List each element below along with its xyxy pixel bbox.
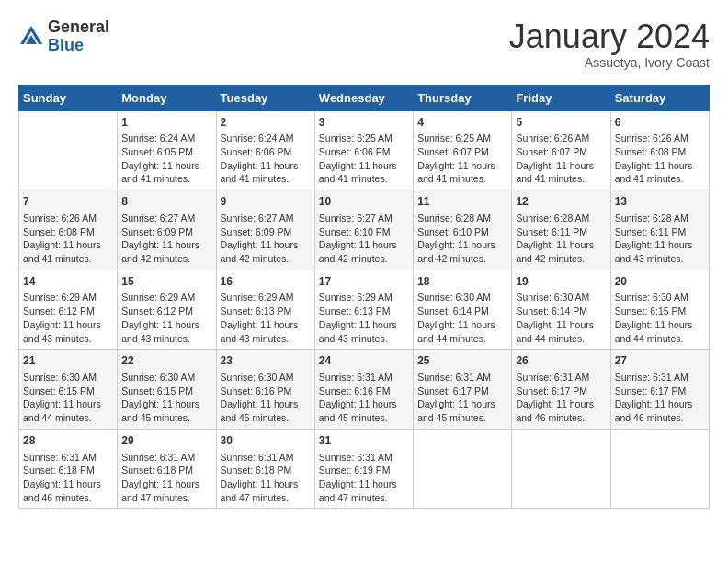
sunrise-text: Sunrise: 6:29 AM: [221, 292, 294, 303]
day-number: 2: [221, 115, 311, 131]
sunset-text: Sunset: 6:19 PM: [319, 465, 391, 476]
sunrise-text: Sunrise: 6:31 AM: [516, 372, 589, 383]
daylight-text: Daylight: 11 hours and 44 minutes.: [615, 319, 693, 344]
sunrise-text: Sunrise: 6:31 AM: [615, 372, 688, 383]
day-number: 5: [516, 115, 606, 131]
logo-general-text: General: [48, 18, 109, 37]
day-number: 1: [121, 115, 211, 131]
calendar-cell: 7 Sunrise: 6:26 AM Sunset: 6:08 PM Dayli…: [19, 190, 118, 270]
calendar-cell: 18 Sunrise: 6:30 AM Sunset: 6:14 PM Dayl…: [414, 270, 512, 350]
daylight-text: Daylight: 11 hours and 44 minutes.: [23, 398, 101, 423]
daylight-text: Daylight: 11 hours and 42 minutes.: [221, 239, 299, 264]
sunset-text: Sunset: 6:18 PM: [23, 465, 95, 476]
sunrise-text: Sunrise: 6:27 AM: [121, 213, 195, 224]
day-number: 18: [417, 274, 507, 290]
title-block: January 2024 Assuetya, Ivory Coast: [509, 18, 710, 70]
sunrise-text: Sunrise: 6:31 AM: [319, 452, 392, 463]
calendar-cell: 12 Sunrise: 6:28 AM Sunset: 6:11 PM Dayl…: [512, 190, 610, 270]
day-number: 9: [221, 194, 311, 210]
day-number: 16: [221, 274, 311, 290]
sunset-text: Sunset: 6:15 PM: [23, 385, 95, 396]
calendar-cell: 25 Sunrise: 6:31 AM Sunset: 6:17 PM Dayl…: [414, 350, 512, 430]
day-number: 24: [319, 353, 409, 369]
daylight-text: Daylight: 11 hours and 47 minutes.: [221, 478, 299, 503]
day-number: 4: [417, 115, 507, 131]
day-number: 3: [319, 115, 409, 131]
daylight-text: Daylight: 11 hours and 41 minutes.: [319, 160, 397, 185]
sunrise-text: Sunrise: 6:26 AM: [615, 132, 688, 144]
sunset-text: Sunset: 6:12 PM: [23, 305, 95, 316]
daylight-text: Daylight: 11 hours and 45 minutes.: [319, 398, 397, 423]
location: Assuetya, Ivory Coast: [509, 55, 710, 70]
weekday-saturday: Saturday: [610, 85, 709, 110]
day-number: 6: [615, 115, 705, 131]
sunrise-text: Sunrise: 6:31 AM: [417, 372, 491, 383]
weekday-sunday: Sunday: [19, 85, 118, 110]
sunrise-text: Sunrise: 6:28 AM: [615, 213, 688, 224]
sunset-text: Sunset: 6:14 PM: [417, 305, 489, 316]
logo-blue-text: Blue: [48, 37, 109, 55]
sunrise-text: Sunrise: 6:26 AM: [23, 213, 97, 224]
sunrise-text: Sunrise: 6:25 AM: [417, 132, 491, 144]
month-title: January 2024: [509, 18, 710, 55]
sunrise-text: Sunrise: 6:24 AM: [121, 132, 195, 144]
day-number: 17: [319, 274, 409, 290]
sunrise-text: Sunrise: 6:30 AM: [23, 372, 97, 383]
daylight-text: Daylight: 11 hours and 41 minutes.: [516, 160, 594, 185]
day-number: 30: [221, 433, 311, 449]
sunset-text: Sunset: 6:09 PM: [121, 226, 193, 237]
day-number: 23: [221, 353, 311, 369]
calendar-cell: [414, 429, 512, 509]
sunrise-text: Sunrise: 6:29 AM: [23, 292, 97, 303]
daylight-text: Daylight: 11 hours and 41 minutes.: [417, 160, 495, 185]
calendar-cell: 17 Sunrise: 6:29 AM Sunset: 6:13 PM Dayl…: [314, 270, 413, 350]
sunset-text: Sunset: 6:07 PM: [417, 146, 489, 157]
daylight-text: Daylight: 11 hours and 43 minutes.: [23, 319, 101, 344]
calendar-cell: 10 Sunrise: 6:27 AM Sunset: 6:10 PM Dayl…: [314, 190, 413, 270]
day-number: 20: [615, 274, 705, 290]
logo-icon: [18, 24, 44, 50]
calendar-cell: 3 Sunrise: 6:25 AM Sunset: 6:06 PM Dayli…: [314, 110, 413, 190]
day-number: 22: [121, 353, 211, 369]
sunrise-text: Sunrise: 6:24 AM: [221, 132, 294, 144]
sunset-text: Sunset: 6:16 PM: [319, 385, 391, 396]
sunset-text: Sunset: 6:09 PM: [221, 226, 292, 237]
sunset-text: Sunset: 6:15 PM: [615, 305, 687, 316]
logo: General Blue: [18, 18, 109, 55]
weekday-monday: Monday: [118, 85, 216, 110]
day-number: 15: [121, 274, 211, 290]
calendar-cell: 23 Sunrise: 6:30 AM Sunset: 6:16 PM Dayl…: [216, 350, 314, 430]
calendar-cell: [610, 429, 709, 509]
daylight-text: Daylight: 11 hours and 44 minutes.: [516, 319, 594, 344]
daylight-text: Daylight: 11 hours and 43 minutes.: [615, 239, 693, 264]
sunrise-text: Sunrise: 6:31 AM: [121, 452, 195, 463]
day-number: 31: [319, 433, 409, 449]
calendar-cell: 22 Sunrise: 6:30 AM Sunset: 6:15 PM Dayl…: [118, 350, 216, 430]
weekday-header-row: SundayMondayTuesdayWednesdayThursdayFrid…: [19, 85, 710, 110]
calendar-cell: 5 Sunrise: 6:26 AM Sunset: 6:07 PM Dayli…: [512, 110, 610, 190]
sunrise-text: Sunrise: 6:29 AM: [319, 292, 392, 303]
calendar-cell: 13 Sunrise: 6:28 AM Sunset: 6:11 PM Dayl…: [610, 190, 709, 270]
daylight-text: Daylight: 11 hours and 46 minutes.: [23, 478, 101, 503]
daylight-text: Daylight: 11 hours and 42 minutes.: [121, 239, 199, 264]
week-row-5: 28 Sunrise: 6:31 AM Sunset: 6:18 PM Dayl…: [19, 429, 710, 509]
sunrise-text: Sunrise: 6:31 AM: [319, 372, 392, 383]
daylight-text: Daylight: 11 hours and 47 minutes.: [121, 478, 199, 503]
sunset-text: Sunset: 6:06 PM: [221, 146, 292, 157]
daylight-text: Daylight: 11 hours and 42 minutes.: [516, 239, 594, 264]
calendar-cell: 16 Sunrise: 6:29 AM Sunset: 6:13 PM Dayl…: [216, 270, 314, 350]
calendar-cell: 4 Sunrise: 6:25 AM Sunset: 6:07 PM Dayli…: [414, 110, 512, 190]
daylight-text: Daylight: 11 hours and 45 minutes.: [417, 398, 495, 423]
sunset-text: Sunset: 6:08 PM: [615, 146, 687, 157]
calendar-cell: 24 Sunrise: 6:31 AM Sunset: 6:16 PM Dayl…: [314, 350, 413, 430]
day-number: 14: [23, 274, 113, 290]
calendar-cell: 6 Sunrise: 6:26 AM Sunset: 6:08 PM Dayli…: [610, 110, 709, 190]
sunset-text: Sunset: 6:17 PM: [417, 385, 489, 396]
logo-text: General Blue: [48, 18, 109, 55]
calendar-cell: 14 Sunrise: 6:29 AM Sunset: 6:12 PM Dayl…: [19, 270, 118, 350]
daylight-text: Daylight: 11 hours and 41 minutes.: [221, 160, 299, 185]
daylight-text: Daylight: 11 hours and 41 minutes.: [121, 160, 199, 185]
calendar-cell: [512, 429, 610, 509]
weekday-friday: Friday: [512, 85, 610, 110]
week-row-3: 14 Sunrise: 6:29 AM Sunset: 6:12 PM Dayl…: [19, 270, 710, 350]
